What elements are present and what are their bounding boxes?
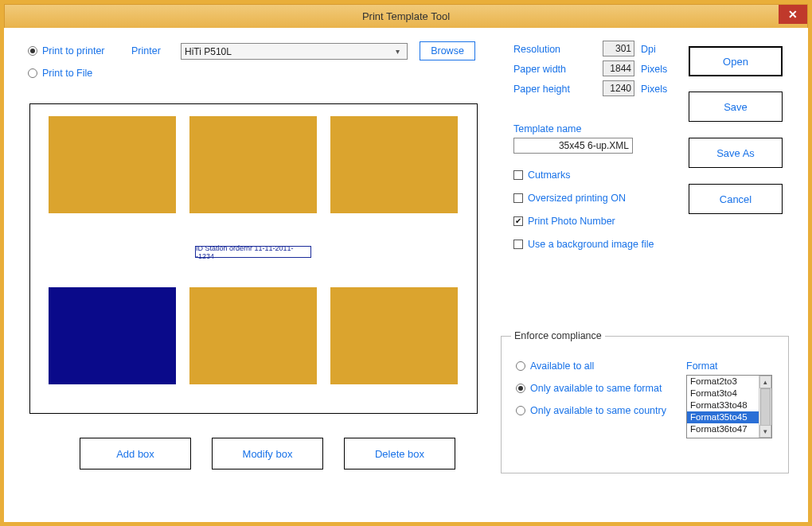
print-to-printer-radio[interactable]: Print to printer xyxy=(28,45,105,56)
cancel-button[interactable]: Cancel xyxy=(689,184,783,214)
paper-height-input[interactable] xyxy=(603,80,634,96)
paper-width-input[interactable] xyxy=(603,60,634,76)
titlebar: Print Template Tool ✕ xyxy=(4,4,808,28)
checkbox-icon xyxy=(513,216,523,226)
print-to-printer-label: Print to printer xyxy=(42,45,105,56)
print-photo-number-checkbox[interactable]: Print Photo Number xyxy=(513,216,615,227)
save-button[interactable]: Save xyxy=(689,92,783,122)
use-bg-image-label: Use a background image file xyxy=(528,239,654,250)
id-station-label: ID Station ordernr 11-11-2011--1234 xyxy=(195,246,311,258)
checkbox-icon xyxy=(513,193,523,203)
enforce-all-label: Available to all xyxy=(530,360,594,372)
add-box-button[interactable]: Add box xyxy=(80,438,191,470)
enforce-same-country-label: Only available to same country xyxy=(530,405,666,416)
cutmarks-label: Cutmarks xyxy=(528,169,570,181)
enforce-same-format-radio[interactable]: Only available to same format xyxy=(516,383,662,394)
enforce-same-format-label: Only available to same format xyxy=(530,383,662,394)
enforce-all-radio[interactable]: Available to all xyxy=(516,360,594,372)
cancel-label: Cancel xyxy=(720,193,751,205)
modify-box-button[interactable]: Modify box xyxy=(212,438,323,470)
paper-height-unit: Pixels xyxy=(641,84,667,95)
format-label: Format xyxy=(686,360,718,372)
scroll-down-icon[interactable]: ▾ xyxy=(759,425,771,438)
paper-height-label: Paper height xyxy=(513,84,570,95)
radio-dot-icon xyxy=(516,384,525,393)
modify-box-label: Modify box xyxy=(243,448,293,460)
printer-value: HiTi P510L xyxy=(185,46,232,57)
use-bg-image-checkbox[interactable]: Use a background image file xyxy=(513,239,654,250)
checkbox-icon xyxy=(513,170,523,180)
layout-box-1[interactable] xyxy=(49,116,176,213)
radio-dot-icon xyxy=(516,361,525,371)
paper-width-label: Paper width xyxy=(513,64,566,75)
save-label: Save xyxy=(724,101,748,113)
enforce-legend: Enforce compliance xyxy=(511,330,605,341)
layout-box-3[interactable] xyxy=(330,116,458,213)
close-button[interactable]: ✕ xyxy=(779,5,807,24)
radio-dot-icon xyxy=(516,406,525,415)
save-as-button[interactable]: Save As xyxy=(689,138,783,168)
layout-box-6[interactable] xyxy=(330,287,458,384)
printer-combo[interactable]: HiTi P510L ▾ xyxy=(181,43,408,60)
format-listbox[interactable]: Format2to3 Format3to4 Format33to48 Forma… xyxy=(686,375,772,438)
radio-dot-icon xyxy=(28,46,37,56)
resolution-input[interactable] xyxy=(603,41,634,56)
delete-box-button[interactable]: Delete box xyxy=(344,438,455,470)
template-name-label: Template name xyxy=(513,123,581,134)
radio-dot-icon xyxy=(28,68,37,78)
layout-box-5[interactable] xyxy=(189,287,317,384)
enforce-compliance-group: Enforce compliance Available to all Only… xyxy=(501,330,789,473)
scroll-thumb[interactable] xyxy=(760,388,771,427)
oversized-label: Oversized printing ON xyxy=(528,193,626,204)
layout-box-2[interactable] xyxy=(189,116,317,213)
paper-width-unit: Pixels xyxy=(641,64,667,75)
enforce-same-country-radio[interactable]: Only available to same country xyxy=(516,405,666,416)
browse-button[interactable]: Browse xyxy=(420,41,475,60)
scroll-up-icon[interactable]: ▴ xyxy=(759,376,771,388)
app-window: Print Template Tool ✕ Print to printer P… xyxy=(0,0,812,526)
resolution-label: Resolution xyxy=(513,44,560,55)
oversized-checkbox[interactable]: Oversized printing ON xyxy=(513,193,626,204)
delete-box-label: Delete box xyxy=(375,448,424,460)
printer-label: Printer xyxy=(131,45,161,56)
open-button[interactable]: Open xyxy=(689,46,783,76)
resolution-unit: Dpi xyxy=(641,44,656,55)
chevron-down-icon: ▾ xyxy=(391,44,404,59)
add-box-label: Add box xyxy=(116,448,154,460)
id-station-text: ID Station ordernr 11-11-2011--1234 xyxy=(196,244,310,260)
client-area: Print to printer Print to File Printer H… xyxy=(4,28,808,522)
cutmarks-checkbox[interactable]: Cutmarks xyxy=(513,169,570,181)
layout-box-4-selected[interactable] xyxy=(49,287,176,384)
checkbox-icon xyxy=(513,240,523,249)
save-as-label: Save As xyxy=(716,147,755,159)
open-label: Open xyxy=(723,56,748,68)
browse-label: Browse xyxy=(431,45,464,56)
template-name-input[interactable] xyxy=(513,138,633,154)
listbox-scrollbar[interactable]: ▴ ▾ xyxy=(759,376,771,438)
close-icon: ✕ xyxy=(788,8,798,21)
print-to-file-radio[interactable]: Print to File xyxy=(28,68,92,79)
print-to-file-label: Print to File xyxy=(42,68,92,79)
print-photo-number-label: Print Photo Number xyxy=(528,216,615,227)
template-preview: ID Station ordernr 11-11-2011--1234 xyxy=(29,103,478,414)
window-title: Print Template Tool xyxy=(362,10,450,22)
